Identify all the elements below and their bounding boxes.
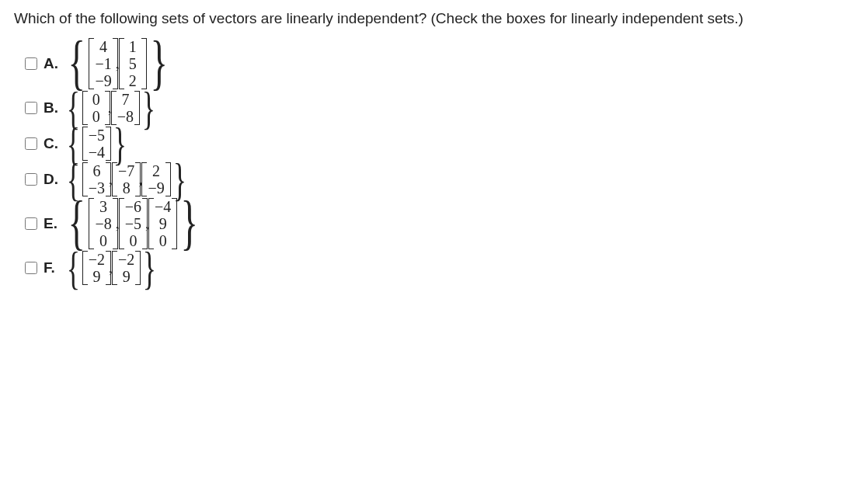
vector-entry: 6 — [86, 162, 106, 179]
question-text: Which of the following sets of vectors a… — [14, 8, 832, 30]
vector-entry: −9 — [145, 179, 166, 196]
vector-entry: 3 — [93, 198, 113, 215]
vector-entry: −4 — [86, 144, 107, 161]
vector-entry: −1 — [92, 55, 113, 72]
vector-entry: −6 — [123, 198, 144, 215]
brace-right: } — [113, 127, 127, 160]
option-letter: D. — [44, 171, 62, 188]
vector-entry: 1 — [123, 38, 143, 55]
option-checkbox-D[interactable] — [25, 173, 37, 186]
vector-entry: −8 — [92, 215, 113, 232]
option-checkbox-F[interactable] — [25, 262, 37, 274]
option-letter: C. — [44, 135, 62, 152]
vector-entry: 0 — [123, 232, 143, 249]
brace-left: { — [67, 252, 80, 284]
vector: −29 — [114, 251, 138, 285]
vector-entry: −5 — [123, 215, 144, 232]
option-checkbox-C[interactable] — [25, 137, 37, 150]
option-row: B.{00,7−8} — [22, 89, 832, 127]
vector: 2−9 — [144, 162, 168, 196]
options-container: A.{4−1−9,152}B.{00,7−8}C.{−5−4}D.{6−3,−7… — [22, 36, 832, 287]
option-row: F.{−29,−29} — [22, 249, 832, 287]
vector-set: {3−80,−6−50,−490} — [62, 196, 204, 251]
option-checkbox-A[interactable] — [25, 57, 37, 70]
brace-right: } — [181, 202, 198, 245]
vector: −5−4 — [85, 127, 109, 161]
vector-entry: 7 — [115, 91, 135, 108]
vector: 152 — [121, 38, 144, 89]
vector-entry: 0 — [86, 91, 106, 108]
option-checkbox-E[interactable] — [25, 217, 37, 230]
option-letter: A. — [44, 55, 62, 72]
vector-entry: 0 — [93, 232, 113, 249]
vector-entry: −4 — [152, 198, 173, 215]
vector-set: {−29,−29} — [62, 249, 161, 287]
brace-right: } — [142, 92, 155, 124]
vector: −6−50 — [121, 198, 145, 249]
brace-right: } — [143, 252, 156, 284]
brace-left: { — [68, 202, 85, 245]
option-row: D.{6−3,−78,2−9} — [22, 161, 832, 198]
vector-entry: 9 — [153, 215, 173, 232]
option-letter: F. — [44, 259, 62, 276]
brace-left: { — [68, 42, 85, 85]
vector: −29 — [85, 251, 109, 285]
vector: −78 — [114, 162, 138, 196]
vector-entry: −2 — [86, 251, 107, 268]
vector-entry: 0 — [86, 108, 106, 125]
brace-right: } — [150, 42, 167, 85]
vector-entry: 2 — [146, 162, 166, 179]
vector-entry: −9 — [92, 72, 113, 89]
option-letter: B. — [44, 99, 62, 116]
vector-entry: −2 — [116, 251, 137, 268]
option-letter: E. — [44, 215, 62, 232]
vector-entry: −7 — [116, 162, 137, 179]
vector: 4−1−9 — [91, 38, 115, 89]
vector-entry: 5 — [123, 55, 143, 72]
vector: 6−3 — [85, 162, 109, 196]
vector: 3−80 — [91, 198, 115, 249]
vector-entry: −5 — [86, 127, 107, 144]
option-checkbox-B[interactable] — [25, 102, 37, 114]
vector-entry: 2 — [123, 72, 143, 89]
vector-entry: −3 — [86, 179, 107, 196]
vector-entry: 8 — [117, 179, 137, 196]
vector: 00 — [85, 91, 108, 125]
vector-entry: 4 — [93, 38, 113, 55]
vector-entry: 9 — [86, 268, 106, 285]
vector-entry: 9 — [117, 268, 137, 285]
